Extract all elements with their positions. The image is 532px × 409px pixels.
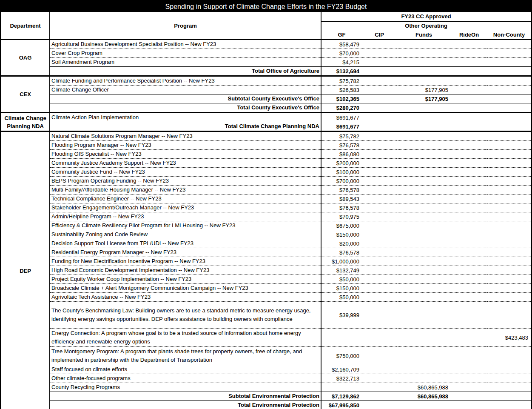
gf-value-cell: $75,782 [321,76,362,86]
program-cell: Technical Compliance Engineer -- New FY2… [50,194,321,203]
cip-value-cell [362,302,397,329]
cip-value-cell [362,284,397,293]
cip-value-cell [362,177,397,186]
rideon-value-cell [451,275,487,284]
cip-value-cell [362,194,397,203]
rideon-value-cell [451,177,487,186]
gf-value-cell: $76,578 [321,248,362,257]
funds-value-cell [397,67,451,76]
program-cell: Energy Connection: A program whose goal … [50,329,321,347]
rideon-value-cell [451,141,487,150]
table-row: Climate Change Planning NDA Climate Acti… [1,113,531,122]
gf-value-cell: $102,365 [321,94,362,103]
program-cell: Tree Montgomery Program: A program that … [50,347,321,365]
total-label-cell: Total County Executive's Office [50,103,321,113]
rideon-value-cell [451,374,487,383]
funds-value-cell [397,302,451,329]
program-cell: Climate Action Plan Implementation [50,113,321,122]
subtotal-row: Subtotal County Executive's Office $102,… [1,94,531,103]
noncounty-value-cell [487,293,531,302]
col-header-noncounty: Non-County [487,30,531,40]
program-cell: Flooding GIS Specialist -- New FY23 [50,150,321,159]
funds-value-cell [397,284,451,293]
noncounty-value-cell [487,374,531,383]
funds-value-cell [397,293,451,302]
table-row: Energy Connection: A program whose goal … [1,329,531,347]
rideon-value-cell [451,58,487,67]
cip-value-cell [362,159,397,168]
funds-value-cell [397,401,451,409]
rideon-value-cell [451,122,487,132]
table-row: Climate Change Officer $26,583 $177,905 [1,86,531,94]
program-cell: Multi-Family/Affordable Housing Manager … [50,186,321,194]
funds-value-cell [397,122,451,132]
table-row: Residential Energy Program Manager -- Ne… [1,248,531,257]
rideon-value-cell [451,365,487,374]
col-header-department: Department [1,12,50,40]
funds-value-cell [397,275,451,284]
table-row: Stakeholder Engagement/Outreach Manager … [1,203,531,212]
gf-value-cell: $691,677 [321,122,362,132]
program-cell: Agrivoltaic Tech Assistance -- New FY23 [50,293,321,302]
cip-value-cell [362,186,397,194]
gf-value-cell: $86,080 [321,150,362,159]
noncounty-value-cell [487,141,531,150]
rideon-value-cell [451,76,487,86]
funds-value-cell [397,239,451,248]
rideon-value-cell [451,159,487,168]
budget-table-sheet: Spending in Support of Climate Change Ef… [0,0,532,409]
cip-value-cell [362,293,397,302]
table-row: Project Equity Worker Coop Implementatio… [1,275,531,284]
section-climate-change-planning-nda: Climate Change Planning NDA Climate Acti… [1,113,531,132]
program-cell: Efficiency & Climate Resiliency Pilot Pr… [50,221,321,230]
table-row: CEX Climate Funding and Performance Spec… [1,76,531,86]
table-row: Cover Crop Program $70,000 [1,49,531,58]
table-row: Flooding GIS Specialist -- New FY23 $86,… [1,150,531,159]
cip-value-cell [362,122,397,132]
cip-value-cell [362,86,397,94]
program-cell: Community Justice Academy Support -- New… [50,159,321,168]
funds-value-cell [397,374,451,383]
gf-value-cell: $26,583 [321,86,362,94]
department-cell: CEX [1,76,50,113]
funds-value-cell [397,103,451,113]
table-title: Spending in Support of Climate Change Ef… [1,1,531,12]
rideon-value-cell [451,113,487,122]
col-group-fy23-cc-approved: FY23 CC Approved [321,12,531,21]
gf-value-cell: $75,782 [321,132,362,141]
funds-value-cell [397,49,451,58]
table-row: Multi-Family/Affordable Housing Manager … [1,186,531,194]
rideon-value-cell [451,329,487,347]
gf-value-cell: $70,975 [321,212,362,221]
total-label-cell: Total Environmental Protection [50,401,321,409]
funds-value-cell [397,329,451,347]
rideon-value-cell [451,230,487,239]
funds-value-cell [397,221,451,230]
funds-value-cell: $177,905 [397,94,451,103]
col-group-other-operating: Other Operating [321,21,531,30]
gf-value-cell: $132,694 [321,67,362,76]
program-cell: Climate Change Officer [50,86,321,94]
noncounty-value-cell [487,383,531,392]
table-row: Admin/Helpline Program -- New FY23 $70,9… [1,212,531,221]
cip-value-cell [362,365,397,374]
funds-value-cell [397,58,451,67]
cip-value-cell [362,94,397,103]
funds-value-cell [397,177,451,186]
funds-value-cell [397,40,451,49]
program-cell: Staff focused on climate efforts [50,365,321,374]
gf-value-cell: $200,000 [321,159,362,168]
rideon-value-cell [451,94,487,103]
noncounty-value-cell [487,257,531,266]
subtotal-label-cell: Subtotal Environmental Protection [50,392,321,401]
rideon-value-cell [451,347,487,365]
gf-value-cell: $67,995,850 [321,401,362,409]
table-header: Department Program FY23 CC Approved Othe… [1,12,531,40]
rideon-value-cell [451,132,487,141]
table-row: Soil Amendment Program $4,215 [1,58,531,67]
funds-value-cell [397,113,451,122]
total-row: Total County Executive's Office $280,270 [1,103,531,113]
noncounty-value-cell [487,203,531,212]
gf-value-cell: $7,129,862 [321,392,362,401]
gf-value-cell: $750,000 [321,347,362,365]
